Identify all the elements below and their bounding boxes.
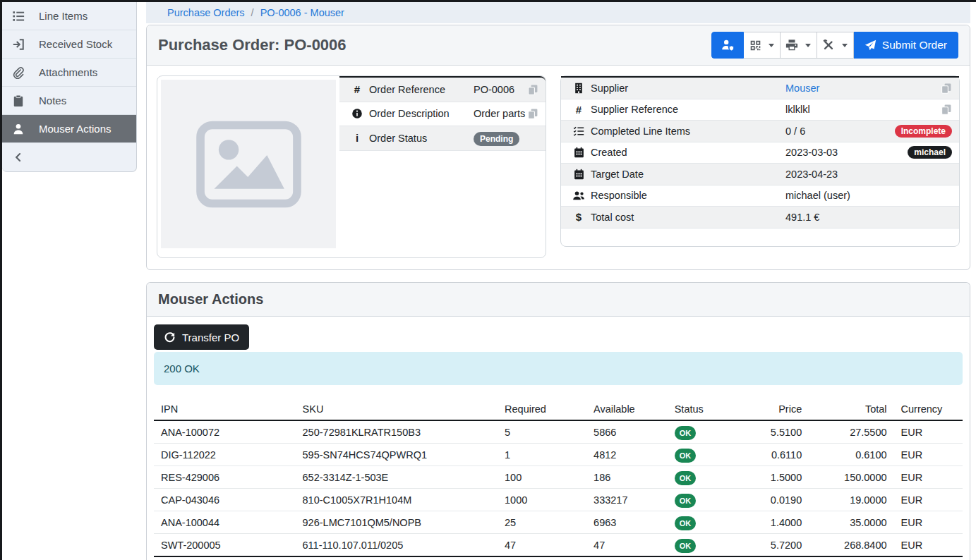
info-icon: i — [345, 132, 369, 144]
order-reference-row: # Order Reference PO-0006 — [339, 78, 546, 102]
order-image-placeholder — [161, 80, 336, 248]
created-value: 2023-03-03 — [785, 147, 908, 158]
status-badge: OK — [675, 471, 697, 485]
print-actions-dropdown[interactable] — [781, 32, 817, 59]
responsible-row: Responsible michael (user) — [561, 185, 959, 207]
col-header-currency: Currency — [894, 399, 963, 420]
order-reference-value: PO-0006 — [474, 84, 527, 95]
total-cost-value: 491.1 € — [785, 212, 952, 223]
table-header-row: IPN SKU Required Available Status Price … — [154, 399, 963, 420]
sign-in-icon — [11, 38, 26, 51]
sidebar-item-label: Notes — [39, 95, 66, 106]
order-toolbar: Submit Order — [711, 32, 958, 59]
col-header-sku: SKU — [296, 399, 498, 420]
table-row: RES-429006 652-3314Z-1-503E 100 186 OK 1… — [154, 466, 963, 489]
breadcrumb: Purchase Orders / PO-0006 - Mouser — [146, 2, 970, 23]
created-row: Created 2023-03-03 michael — [561, 142, 959, 164]
purchase-order-panel-header: Purchase Order: PO-0006 — [147, 25, 970, 66]
status-alert-text: 200 OK — [164, 363, 200, 375]
line-items-table: IPN SKU Required Available Status Price … — [154, 399, 963, 560]
window-top-edge — [0, 0, 976, 2]
printer-icon — [785, 39, 798, 51]
supplier-link[interactable]: Mouser — [785, 83, 819, 94]
calendar-icon — [567, 147, 591, 158]
copy-icon[interactable] — [941, 104, 952, 115]
purchase-order-panel: Purchase Order: PO-0006 — [146, 25, 970, 270]
user-shield-icon — [721, 38, 735, 52]
info-circle-icon — [345, 108, 369, 119]
mouser-actions-panel-header: Mouser Actions — [147, 283, 970, 317]
refresh-icon — [164, 331, 176, 343]
sidebar-item-label: Attachments — [39, 66, 97, 78]
copy-icon[interactable] — [527, 108, 538, 119]
copy-icon[interactable] — [941, 83, 952, 94]
sidebar: Line Items Received Stock Attachments No… — [2, 2, 137, 172]
supplier-details-card: Supplier Mouser # Supplier Reference lkl… — [560, 75, 960, 247]
col-header-available: Available — [586, 399, 668, 420]
sidebar-item-label: Received Stock — [39, 38, 112, 50]
user-permissions-button[interactable] — [711, 32, 744, 59]
qrcode-icon — [749, 39, 761, 51]
order-details-table: # Order Reference PO-0006 Order Descript… — [339, 76, 546, 257]
barcode-actions-dropdown[interactable] — [744, 32, 781, 59]
col-header-total: Total — [809, 399, 893, 420]
sidebar-item-mouser-actions[interactable]: Mouser Actions — [2, 115, 136, 143]
supplier-reference-row: # Supplier Reference lklklkl — [561, 99, 959, 121]
supplier-row: Supplier Mouser — [561, 78, 959, 99]
mouser-actions-panel: Mouser Actions Transfer PO 200 OK IP — [146, 282, 970, 560]
created-by-badge: michael — [908, 146, 952, 159]
transfer-po-label: Transfer PO — [182, 331, 239, 343]
sidebar-item-line-items[interactable]: Line Items — [2, 2, 136, 30]
completed-line-items-value: 0 / 6 — [785, 126, 895, 137]
status-alert: 200 OK — [154, 352, 963, 385]
order-status-row: i Order Status Pending — [339, 126, 546, 151]
completed-line-items-row: Completed Line Items 0 / 6 Incomplete — [561, 121, 959, 142]
table-row: CAP-043046 810-C1005X7R1H104M 1000 33321… — [154, 489, 963, 511]
target-date-value: 2023-04-23 — [785, 169, 952, 180]
mouser-actions-title: Mouser Actions — [158, 291, 263, 308]
copy-icon[interactable] — [527, 84, 538, 95]
hashtag-icon: # — [345, 83, 369, 95]
sidebar-item-label: Line Items — [39, 10, 88, 22]
transfer-po-button[interactable]: Transfer PO — [154, 324, 249, 350]
submit-order-label: Submit Order — [882, 39, 947, 51]
paper-plane-icon — [864, 39, 876, 51]
order-status-badge: Pending — [474, 132, 519, 146]
sidebar-item-attachments[interactable]: Attachments — [2, 59, 136, 87]
paperclip-icon — [11, 66, 26, 79]
breadcrumb-link-current-order[interactable]: PO-0006 - Mouser — [260, 7, 344, 18]
col-header-required: Required — [498, 399, 586, 420]
col-header-status: Status — [668, 399, 740, 420]
breadcrumb-link-purchase-orders[interactable]: Purchase Orders — [167, 7, 245, 18]
status-badge: OK — [675, 426, 697, 440]
order-description-row: Order Description Order parts — [339, 102, 546, 127]
sidebar-item-label: Mouser Actions — [39, 123, 112, 135]
caret-down-icon — [805, 44, 811, 47]
main-content: Purchase Orders / PO-0006 - Mouser Purch… — [146, 2, 970, 560]
sidebar-collapse-button[interactable] — [2, 143, 136, 171]
submit-order-button[interactable]: Submit Order — [854, 32, 958, 59]
col-header-ipn: IPN — [154, 399, 296, 420]
supplier-reference-value: lklklkl — [785, 104, 941, 115]
hashtag-icon: # — [567, 104, 591, 116]
incomplete-badge: Incomplete — [895, 125, 952, 138]
caret-down-icon — [769, 44, 774, 47]
sidebar-item-received-stock[interactable]: Received Stock — [2, 30, 136, 59]
order-actions-dropdown[interactable] — [817, 32, 854, 59]
users-icon — [567, 190, 591, 201]
order-description-value: Order parts — [474, 108, 527, 119]
table-row: DIG-112022 595-SN74HCS74QPWRQ1 1 4812 OK… — [154, 444, 963, 466]
sidebar-item-notes[interactable]: Notes — [2, 87, 136, 115]
clipboard-icon — [11, 95, 26, 107]
chevron-left-icon — [11, 152, 26, 162]
breadcrumb-separator: / — [251, 7, 254, 18]
table-row: ANA-100044 926-LMC7101QM5/NOPB 25 6963 O… — [154, 511, 963, 534]
status-badge: OK — [675, 516, 697, 530]
table-total-row: Total 501.0000 — [154, 556, 963, 560]
total-cost-row: $ Total cost 491.1 € — [561, 207, 959, 229]
list-ol-icon — [11, 10, 26, 23]
mouser-actions-panel-body: Transfer PO 200 OK IPN SKU Required Avai… — [147, 317, 970, 560]
calendar-icon — [567, 169, 591, 180]
table-row: ANA-100072 250-72981KLRATR150B3 5 5866 O… — [154, 420, 963, 444]
responsible-value: michael (user) — [785, 190, 952, 201]
